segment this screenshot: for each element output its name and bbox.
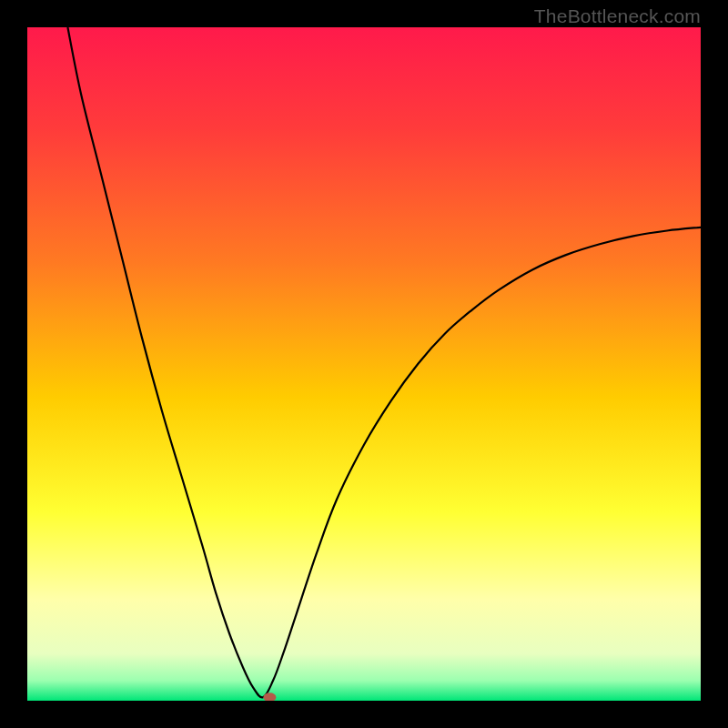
plot-area (27, 27, 701, 701)
curve-overlay (27, 27, 701, 701)
chart-container: TheBottleneck.com (0, 0, 728, 728)
watermark-text: TheBottleneck.com (534, 5, 701, 27)
bottleneck-curve (67, 27, 701, 697)
